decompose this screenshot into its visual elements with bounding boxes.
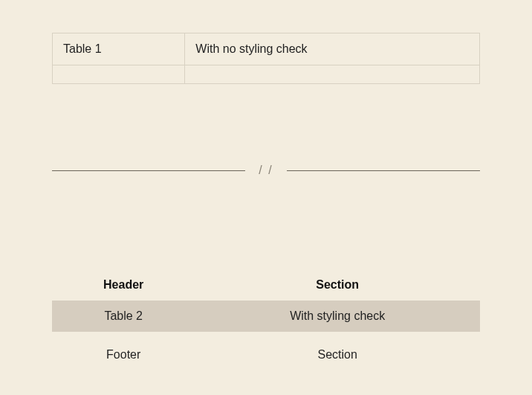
cell xyxy=(185,65,480,84)
cell: Table 1 xyxy=(53,33,185,65)
divider-line-left xyxy=(52,170,245,171)
table-row: Table 2 With styling check xyxy=(52,301,480,332)
styled-table: Header Section Table 2 With styling chec… xyxy=(52,269,480,370)
page-content: Table 1 With no styling check / / Header… xyxy=(0,33,532,370)
divider-mark: / / xyxy=(245,164,286,177)
table-foot-row: Footer Section xyxy=(52,332,480,370)
header-cell: Header xyxy=(52,269,195,301)
footer-cell: Footer xyxy=(52,332,195,370)
table-head-row: Header Section xyxy=(52,269,480,301)
section-divider: / / xyxy=(52,170,480,171)
footer-cell: Section xyxy=(195,332,480,370)
table-row: Table 1 With no styling check xyxy=(53,33,480,65)
divider-line-right xyxy=(287,170,480,171)
cell: Table 2 xyxy=(52,301,195,332)
plain-table: Table 1 With no styling check xyxy=(52,33,480,84)
cell: With no styling check xyxy=(185,33,480,65)
cell: With styling check xyxy=(195,301,480,332)
cell xyxy=(53,65,185,84)
table-row xyxy=(53,65,480,84)
header-cell: Section xyxy=(195,269,480,301)
styled-table-wrap: Header Section Table 2 With styling chec… xyxy=(52,269,480,370)
